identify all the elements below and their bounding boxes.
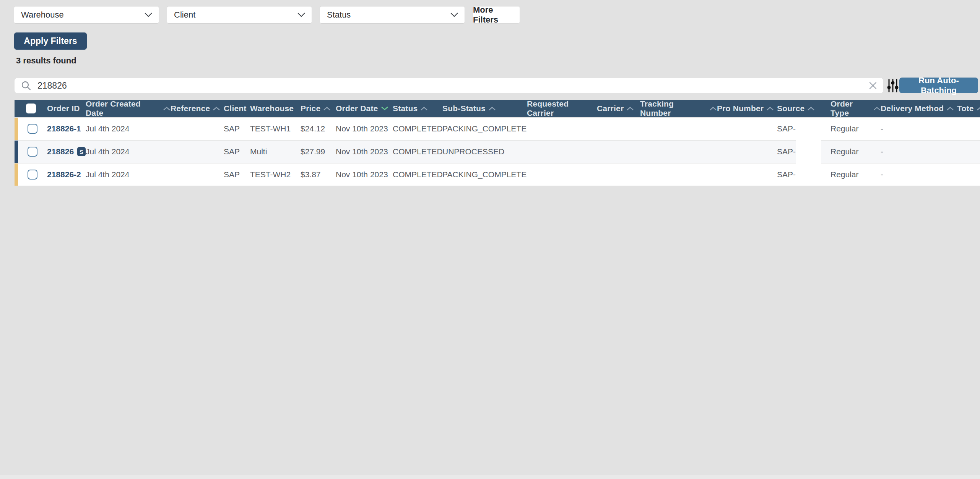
cell-order-type: Regular [821,124,881,133]
column-label: Pro Number [717,104,764,113]
filter-bar: Warehouse Client Status More Filters [14,6,520,24]
sort-asc-icon [488,106,496,111]
cell-status: COMPLETED [393,124,442,133]
table-row[interactable]: 218826-2 Jul 4th 2024 SAP TEST-WH2 $3.87… [15,163,980,186]
status-filter-dropdown[interactable]: Status [320,6,465,24]
column-header-price[interactable]: Price [301,104,336,113]
column-header-warehouse[interactable]: Warehouse [250,104,301,113]
clear-search-icon[interactable] [868,81,878,91]
column-header-order-id[interactable]: Order ID [47,104,86,113]
column-label: Tote [957,104,974,113]
cell-warehouse: TEST-WH2 [250,170,301,179]
column-header-status[interactable]: Status [393,104,442,113]
horizontal-scrollbar-track[interactable] [0,475,980,479]
column-header-tracking-number[interactable]: Tracking Number [640,100,717,118]
column-header-sub-status[interactable]: Sub-Status [442,104,527,113]
cell-order-date: Nov 10th 2023 [336,147,393,156]
column-header-client[interactable]: Client [224,104,250,113]
cell-order-created-date: Jul 4th 2024 [86,170,171,179]
column-header-requested-carrier[interactable]: Requested Carrier [527,100,597,118]
order-id-link[interactable]: 218826-2 [47,170,81,179]
chevron-down-icon [144,12,153,18]
row-checkbox-cell [18,170,47,180]
column-header-source[interactable]: Source [777,104,821,113]
sliders-icon[interactable] [886,79,899,92]
column-header-order-date[interactable]: Order Date [336,104,393,113]
column-label: Warehouse [250,104,294,113]
warehouse-filter-dropdown[interactable]: Warehouse [14,6,159,24]
search-icon [21,80,31,91]
column-header-delivery-method[interactable]: Delivery Method [881,104,957,113]
cell-order-id: 218826S [47,147,86,156]
orders-table: Order ID Order Created Date Reference Cl… [15,100,980,186]
cell-order-created-date: Jul 4th 2024 [86,147,171,156]
cell-warehouse: Multi [250,147,301,156]
table-header-row: Order ID Order Created Date Reference Cl… [15,100,980,117]
cell-order-date: Nov 10th 2023 [336,170,393,179]
cell-client: SAP [224,147,250,156]
cell-price: $27.99 [301,147,336,156]
sort-asc-icon [626,106,634,111]
column-label: Order Created Date [86,100,160,118]
sort-desc-icon [381,106,388,111]
cell-delivery-method: - [881,147,957,156]
cell-delivery-method: - [881,170,957,179]
row-checkbox-cell [18,124,47,134]
more-filters-button[interactable]: More Filters [473,6,520,24]
column-header-carrier[interactable]: Carrier [597,104,640,113]
row-checkbox[interactable] [28,170,37,180]
column-header-tote[interactable]: Tote [957,104,980,113]
column-label: Order Date [336,104,378,113]
row-checkbox[interactable] [28,147,37,157]
cell-sub-status: UNPROCESSED [442,147,527,156]
run-auto-batching-button[interactable]: Run Auto-Batching [899,78,978,93]
sort-asc-icon [163,106,171,111]
table-row[interactable]: 218826S Jul 4th 2024 SAP Multi $27.99 No… [15,141,980,163]
column-label: Price [301,104,320,113]
client-filter-dropdown[interactable]: Client [167,6,312,24]
cell-order-type: Regular [821,147,881,156]
cell-order-id: 218826-2 [47,170,86,179]
cell-order-type: Regular [821,170,881,179]
sort-asc-icon [213,106,220,111]
column-header-order-type[interactable]: Order Type [821,100,881,118]
row-checkbox-cell [18,147,47,157]
column-label: Order Type [830,100,871,118]
column-label: Status [393,104,418,113]
cell-sub-status: PACKING_COMPLETED [442,124,527,133]
order-id-link[interactable]: 218826-1 [47,124,81,133]
sort-asc-icon [766,106,774,111]
chevron-down-icon [450,12,458,18]
sort-asc-icon [977,106,980,111]
cell-order-created-date: Jul 4th 2024 [86,124,171,133]
order-id-link[interactable]: 218826 [47,147,74,156]
column-label: Delivery Method [881,104,944,113]
apply-filters-button[interactable]: Apply Filters [14,32,87,50]
cell-sub-status: PACKING_COMPLETED [442,170,527,179]
results-count: 3 results found [16,56,76,66]
column-label: Order ID [47,104,80,113]
sort-asc-icon [709,106,717,111]
column-header-reference[interactable]: Reference [171,104,224,113]
sort-asc-icon [323,106,331,111]
cell-client: SAP [224,124,250,133]
table-row[interactable]: 218826-1 Jul 4th 2024 SAP TEST-WH1 $24.1… [15,118,980,140]
search-input[interactable] [37,80,868,91]
sort-asc-icon [873,106,881,111]
sort-asc-icon [807,106,815,111]
pinned-columns-gap [796,118,821,186]
cell-price: $24.12 [301,124,336,133]
split-order-badge: S [77,147,86,156]
column-header-order-created-date[interactable]: Order Created Date [86,100,171,118]
row-checkbox[interactable] [28,124,37,134]
cell-status: COMPLETED [393,147,442,156]
status-filter-label: Status [327,10,351,20]
sort-asc-icon [420,106,428,111]
column-label: Sub-Status [442,104,486,113]
sort-asc-icon [946,106,954,111]
select-all-checkbox[interactable] [15,104,47,113]
column-header-pro-number[interactable]: Pro Number [717,104,777,113]
column-label: Requested Carrier [527,100,597,118]
cell-order-id: 218826-1 [47,124,86,133]
column-label: Tracking Number [640,100,707,118]
